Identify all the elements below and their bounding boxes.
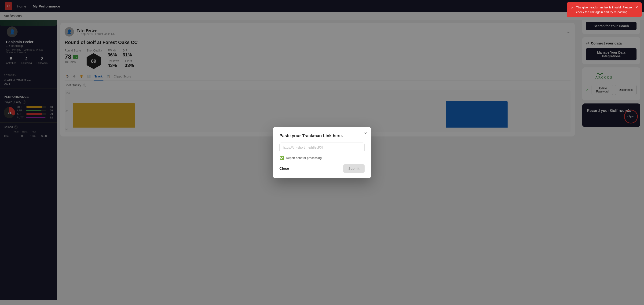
- success-text: Report sent for processing: [286, 156, 322, 160]
- trackman-modal: × Paste your Trackman Link here. ✅ Repor…: [273, 127, 371, 178]
- error-toast: ⚠ The given trackman link is invalid. Pl…: [567, 2, 642, 17]
- warning-icon: ⚠: [570, 6, 574, 11]
- modal-close-x-button[interactable]: ×: [364, 130, 367, 136]
- modal-actions: Close Submit: [280, 164, 364, 173]
- modal-title: Paste your Trackman Link here.: [280, 134, 364, 138]
- modal-overlay[interactable]: × Paste your Trackman Link here. ✅ Repor…: [0, 0, 644, 300]
- modal-close-button[interactable]: Close: [280, 164, 289, 172]
- trackman-link-input[interactable]: [280, 142, 364, 152]
- modal-submit-button[interactable]: Submit: [343, 164, 364, 173]
- success-icon: ✅: [280, 156, 284, 160]
- modal-success-message: ✅ Report sent for processing: [280, 156, 364, 160]
- toast-close-button[interactable]: ×: [635, 5, 638, 9]
- toast-message: The given trackman link is invalid. Plea…: [576, 5, 633, 14]
